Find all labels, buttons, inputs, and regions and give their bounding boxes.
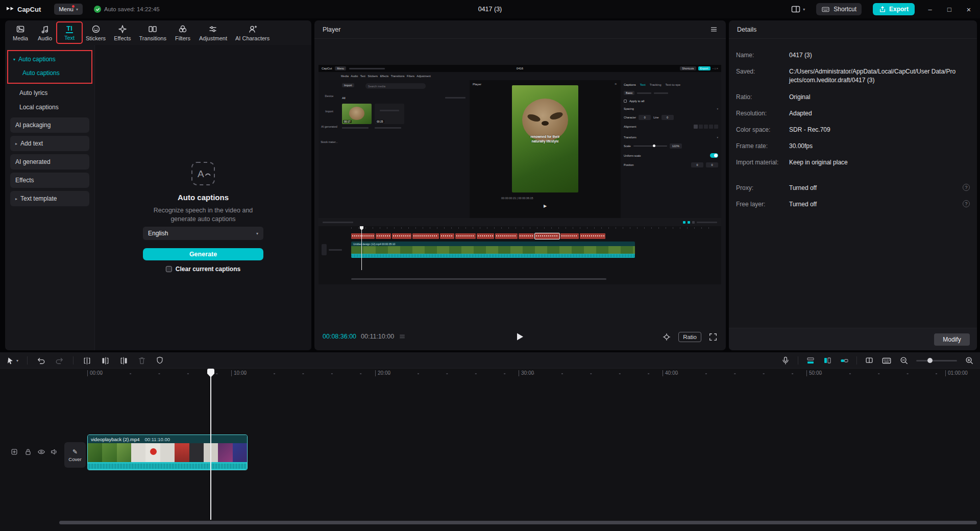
trim-right-icon[interactable] (119, 356, 129, 366)
sidebar-item-auto-lyrics[interactable]: Auto lyrics (5, 86, 94, 100)
transitions-icon (148, 25, 157, 34)
preview-tl-zoom (697, 222, 717, 223)
preview-subtab-placeholder (637, 92, 651, 94)
preview-media-panel: Device Import AI generated Stock mater..… (318, 80, 470, 218)
modify-button[interactable]: Modify (934, 333, 970, 346)
video-clip[interactable]: videoplayback (2).mp4 00:11:10.00 (87, 435, 248, 470)
tab-audio[interactable]: Audio (33, 22, 57, 43)
sloth-eye (527, 113, 541, 123)
tab-adjustment[interactable]: Adjustment (195, 22, 231, 43)
toolbar-divider (73, 356, 74, 365)
auto-captions-title: Auto captions (178, 193, 229, 202)
sidebar-item-ai-packaging[interactable]: AI packaging (10, 117, 89, 133)
tab-transitions[interactable]: Transitions (135, 22, 170, 43)
preview-tl-tools (323, 222, 353, 223)
redo-icon[interactable] (55, 356, 64, 366)
zoom-out-icon[interactable] (899, 356, 909, 365)
preview-player-label: Player (473, 83, 481, 86)
preview-track-header (320, 242, 348, 258)
close-button[interactable]: × (965, 5, 973, 14)
detail-row-frame-rate: Frame rate: 30.00fps (729, 142, 977, 151)
detail-row-resolution: Resolution: Adapted (729, 109, 977, 118)
filters-icon (178, 25, 187, 34)
ruler-tick-dots (87, 373, 980, 375)
fullscreen-icon[interactable] (708, 332, 718, 342)
tab-media[interactable]: Media (8, 22, 33, 43)
zoom-slider-knob[interactable] (927, 358, 933, 363)
player-title: Player (323, 26, 340, 33)
sidebar-group-auto-captions[interactable]: ▾ Auto captions (8, 53, 91, 66)
preview-video: renowned for their naturally lifestyle (512, 85, 578, 192)
maximize-button[interactable]: □ (945, 6, 953, 13)
cover-button[interactable]: ✎ Cover (64, 442, 86, 468)
layout-toggle-button[interactable]: ▾ (791, 5, 805, 14)
preview-axis-icon[interactable] (865, 356, 874, 365)
auto-ripple-icon[interactable] (823, 356, 832, 365)
linked-selection-icon[interactable] (840, 356, 849, 365)
details-panel: Details Name: 0417 (3) Saved: C:/Users/A… (729, 20, 977, 350)
export-button[interactable]: Export (873, 3, 915, 15)
timeline-ruler[interactable]: 00:00 10:00 20:00 30:00 40:00 50:00 01:0… (0, 369, 980, 379)
keyframe-keyboard-icon[interactable] (881, 356, 892, 365)
select-tool-button[interactable]: ▾ (6, 356, 18, 365)
preview-track-icons (329, 249, 342, 251)
ratio-button[interactable]: Ratio (678, 332, 701, 342)
main-track-magnet-icon[interactable] (806, 356, 815, 365)
timecode-options-icon[interactable] (399, 333, 406, 340)
chevron-down-icon: ▾ (256, 231, 258, 236)
undo-icon[interactable] (36, 356, 46, 366)
preview-filter-placeholder (445, 97, 465, 99)
shortcut-button[interactable]: Shortcut (816, 3, 862, 15)
generate-button[interactable]: Generate (143, 248, 263, 260)
tab-text[interactable]: TI Text (57, 22, 82, 43)
playhead-line[interactable] (210, 369, 211, 520)
track-adjust-icon[interactable] (10, 448, 18, 456)
preview-thumb2-name (375, 127, 401, 129)
zoom-in-icon[interactable] (965, 356, 974, 365)
timeline-scrollbar[interactable] (59, 521, 977, 524)
sloth-eye (549, 111, 564, 120)
effects-icon (118, 25, 127, 34)
proxy-info-icon[interactable]: ? (963, 184, 970, 191)
cursor-icon (6, 356, 14, 365)
slider-knob (653, 144, 655, 147)
minimize-button[interactable]: – (926, 6, 934, 13)
free-layer-info-icon[interactable]: ? (963, 200, 970, 207)
preview-titlebar: CapCut Menu 0416 Shortcuts Export – □ × (318, 65, 721, 72)
record-voiceover-icon[interactable] (781, 356, 790, 365)
delete-icon[interactable] (137, 356, 146, 365)
trim-left-icon[interactable] (101, 356, 110, 366)
player-menu-icon[interactable] (710, 26, 718, 33)
sidebar-group-text-template[interactable]: ▸ Text template (10, 191, 89, 206)
clear-captions-row: Clear current captions (166, 266, 240, 273)
timeline-zoom-slider[interactable] (916, 360, 957, 361)
edit-pencil-icon: ✎ (72, 448, 78, 455)
mask-icon[interactable] (155, 356, 164, 365)
titlebar: CapCut Menu ▾ Auto saved: 14:22:45 0417 … (0, 0, 980, 18)
lock-track-icon[interactable] (24, 448, 32, 456)
detail-row-free-layer: Free layer: Turned off ? (729, 200, 977, 209)
preview-player-menu-icon: ≡ (615, 82, 617, 86)
preview-quality-icon[interactable] (662, 332, 671, 342)
language-select[interactable]: English ▾ (143, 227, 263, 240)
tab-filters[interactable]: Filters (170, 22, 195, 43)
sidebar-item-auto-captions[interactable]: Auto captions (8, 66, 91, 80)
sloth-nose (542, 121, 549, 126)
tab-effects[interactable]: Effects (110, 22, 135, 43)
detail-row-name: Name: 0417 (3) (729, 51, 977, 60)
tab-ai-characters[interactable]: AI Characters (231, 22, 274, 43)
split-icon[interactable] (82, 356, 92, 366)
preview-thumb-sloth (349, 107, 364, 120)
text-icon: TI (66, 25, 73, 33)
play-button[interactable] (517, 332, 524, 341)
preview-tabs: Media Audio Text Stickers Effects Transi… (318, 72, 721, 80)
clear-captions-checkbox[interactable] (166, 266, 172, 272)
preview-tl-toggle (688, 221, 690, 224)
tab-stickers[interactable]: Stickers (82, 22, 110, 43)
sidebar-item-effects[interactable]: Effects (10, 173, 89, 188)
mute-track-icon[interactable] (50, 448, 58, 456)
sidebar-item-local-captions[interactable]: Local captions (5, 100, 94, 114)
hide-track-icon[interactable] (37, 448, 45, 456)
sidebar-item-ai-generated[interactable]: AI generated (10, 154, 89, 170)
sidebar-group-add-text[interactable]: ▸ Add text (10, 136, 89, 151)
